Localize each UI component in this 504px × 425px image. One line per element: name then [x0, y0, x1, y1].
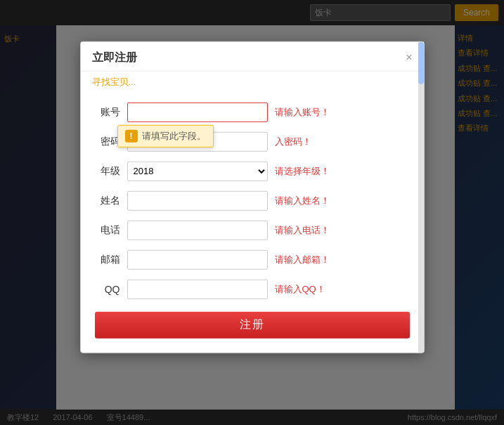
modal-title: 立即注册: [92, 50, 137, 65]
input-account[interactable]: [127, 102, 268, 122]
hint-qq: 请输入QQ！: [275, 282, 325, 295]
tooltip-required: ! 请填写此字段。: [117, 124, 214, 147]
form-row-grade: 年级 2018 2017 2016 2015 请选择年级！: [95, 161, 410, 181]
form-row-phone: 电话 请输入电话！: [95, 220, 410, 240]
modal-scrollbar-thumb: [418, 41, 424, 84]
hint-password: 入密码！: [275, 135, 311, 148]
tooltip-warning-icon: !: [125, 129, 138, 142]
label-phone: 电话: [95, 223, 120, 236]
input-qq[interactable]: [127, 279, 268, 299]
label-name: 姓名: [95, 194, 120, 207]
hint-account: 请输入账号！: [275, 105, 330, 118]
hint-email: 请输入邮箱！: [275, 253, 330, 266]
modal-subtitle: 寻找宝贝...: [81, 71, 424, 95]
hint-phone: 请输入电话！: [275, 223, 330, 236]
submit-register-button[interactable]: 注册: [95, 311, 410, 338]
input-email[interactable]: [127, 249, 268, 269]
label-qq: QQ: [95, 283, 120, 294]
modal-register: 立即注册 × 寻找宝贝... 账号 请输入账号！ ! 请填写此字段。 密码 入密…: [80, 41, 425, 353]
form-row-name: 姓名 请输入姓名！: [95, 190, 410, 210]
modal-scrollbar[interactable]: [418, 41, 424, 352]
modal-close-button[interactable]: ×: [406, 52, 412, 63]
form-row-account: 账号 请输入账号！: [95, 102, 410, 122]
submit-row: 注册: [95, 308, 410, 338]
select-grade[interactable]: 2018 2017 2016 2015: [127, 161, 268, 181]
tooltip-text: 请填写此字段。: [142, 129, 206, 142]
modal-header: 立即注册 ×: [81, 41, 424, 71]
input-name[interactable]: [127, 190, 268, 210]
hint-grade: 请选择年级！: [275, 164, 330, 177]
form-row-qq: QQ 请输入QQ！: [95, 279, 410, 299]
input-phone[interactable]: [127, 220, 268, 240]
label-account: 账号: [95, 105, 120, 118]
label-email: 邮箱: [95, 253, 120, 266]
label-grade: 年级: [95, 164, 120, 177]
modal-body: 账号 请输入账号！ ! 请填写此字段。 密码 入密码！ 年级 2018 2017…: [81, 95, 424, 352]
form-row-email: 邮箱 请输入邮箱！: [95, 249, 410, 269]
label-password: 密码: [95, 135, 120, 148]
hint-name: 请输入姓名！: [275, 194, 330, 207]
